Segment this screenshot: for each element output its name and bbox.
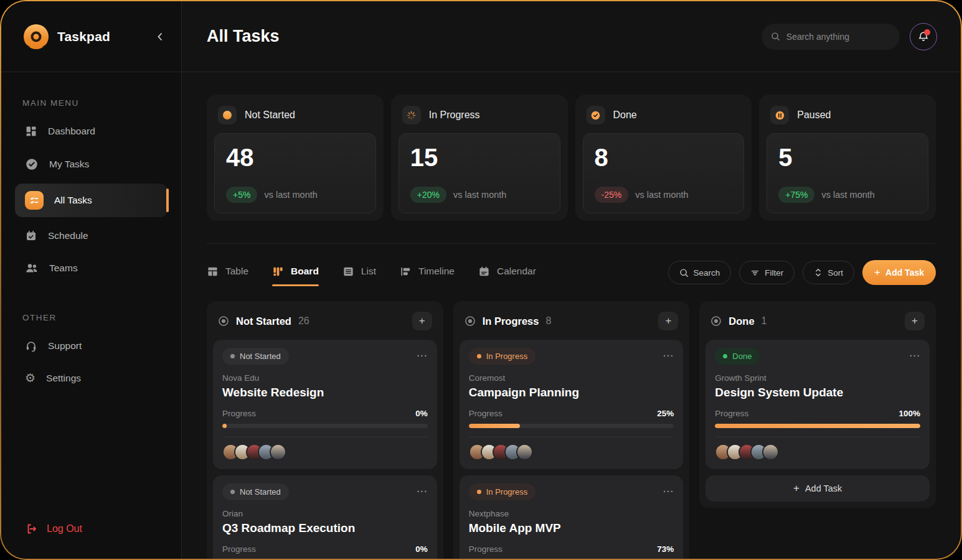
filter-icon: [750, 268, 760, 278]
sidebar-item-support[interactable]: Support: [15, 332, 167, 360]
stats-row: Not Started 48 +5% vs last month: [207, 95, 936, 221]
sidebar-item-label: My Tasks: [49, 159, 89, 170]
tab-table[interactable]: Table: [207, 266, 248, 286]
sidebar-item-my-tasks[interactable]: My Tasks: [15, 150, 167, 179]
delta-badge: +20%: [410, 187, 446, 203]
assignees: [715, 437, 920, 464]
sidebar-item-all-tasks[interactable]: All Tasks: [15, 184, 167, 217]
card-title: Design System Update: [715, 386, 920, 399]
gear-icon: ⚙: [25, 372, 35, 384]
column-in-progress: In Progress 8 + In Progress ⋯ Coremost: [453, 301, 690, 559]
notifications-button[interactable]: [910, 23, 937, 50]
card-menu-button[interactable]: ⋯: [663, 348, 674, 361]
card-menu-button[interactable]: ⋯: [663, 483, 674, 497]
stat-card-in-progress: In Progress 15 +20% vs last month: [391, 95, 568, 221]
kanban-board: Not Started 26 + Not Started ⋯ Nova Ed: [207, 301, 936, 559]
logout-button[interactable]: Log Out: [1, 523, 181, 559]
tab-board[interactable]: Board: [272, 266, 319, 286]
sidebar-item-label: Dashboard: [48, 126, 95, 137]
card-company: Nova Edu: [222, 373, 428, 383]
status-dot-icon: [230, 354, 235, 358]
table-icon: [207, 266, 219, 278]
avatar: [762, 444, 779, 460]
assignees: [469, 437, 674, 464]
sidebar-item-teams[interactable]: Teams: [15, 254, 167, 282]
stat-value: 15: [410, 144, 549, 172]
page-title: All Tasks: [207, 27, 280, 46]
check-circle-icon: [587, 106, 605, 124]
card-menu-button[interactable]: ⋯: [417, 483, 428, 497]
progress-value: 100%: [898, 409, 920, 418]
sidebar-collapse-button[interactable]: [155, 32, 165, 42]
task-card[interactable]: In Progress ⋯ Coremost Campaign Planning…: [460, 340, 684, 469]
app-name: Taskpad: [57, 29, 110, 44]
radio-icon: [218, 315, 229, 327]
progress-value: 25%: [657, 409, 674, 418]
status-dot-icon: [723, 354, 727, 358]
status-badge: Done: [715, 348, 760, 365]
delta-badge: +75%: [778, 187, 814, 203]
progress-label: Progress: [222, 544, 256, 554]
status-dot-icon: [477, 354, 481, 358]
task-card[interactable]: Not Started ⋯ Nova Edu Website Redesign …: [213, 340, 437, 469]
status-badge: In Progress: [469, 348, 535, 365]
search-input[interactable]: [786, 32, 890, 42]
sidebar-item-schedule[interactable]: Schedule: [15, 222, 167, 250]
column-add-button[interactable]: +: [412, 312, 432, 330]
column-not-started: Not Started 26 + Not Started ⋯ Nova Ed: [207, 301, 443, 559]
progress-bar: [222, 424, 428, 428]
column-title: Not Started: [236, 315, 291, 327]
card-menu-button[interactable]: ⋯: [417, 348, 428, 361]
avatar: [516, 444, 533, 460]
column-add-button[interactable]: +: [658, 312, 678, 330]
sort-button[interactable]: Sort: [803, 261, 854, 284]
column-count: 26: [298, 315, 309, 327]
plus-icon: +: [874, 266, 880, 279]
sidebar-item-dashboard[interactable]: Dashboard: [15, 118, 167, 145]
calendar-icon: [478, 266, 490, 278]
filter-button[interactable]: Filter: [739, 261, 795, 284]
tab-list[interactable]: List: [342, 266, 376, 286]
status-badge: Not Started: [222, 348, 289, 365]
card-company: Coremost: [469, 373, 674, 383]
checklist-icon: [25, 191, 44, 210]
topbar: All Tasks: [182, 1, 961, 72]
task-card[interactable]: In Progress ⋯ Nextphase Mobile App MVP P…: [460, 475, 684, 559]
plus-icon: +: [793, 482, 799, 495]
sidebar-item-settings[interactable]: ⚙ Settings: [15, 365, 167, 391]
search-icon: [771, 31, 780, 42]
sidebar-item-label: Settings: [46, 373, 81, 384]
logout-icon: [25, 523, 37, 535]
column-title: Done: [729, 315, 754, 327]
task-card[interactable]: Not Started ⋯ Orian Q3 Roadmap Execution…: [213, 475, 437, 559]
progress-bar: [469, 424, 674, 428]
section-divider: [207, 243, 936, 244]
progress-value: 0%: [415, 544, 428, 554]
progress-value: 0%: [415, 409, 428, 418]
progress-label: Progress: [222, 409, 256, 418]
tab-timeline[interactable]: Timeline: [400, 266, 455, 286]
card-menu-button[interactable]: ⋯: [909, 348, 920, 361]
board-search-button[interactable]: Search: [668, 261, 732, 284]
other-label: OTHER: [22, 313, 160, 322]
people-icon: [25, 262, 39, 274]
task-card[interactable]: Done ⋯ Growth Sprint Design System Updat…: [705, 340, 930, 469]
card-title: Website Redesign: [222, 386, 428, 399]
list-icon: [342, 266, 354, 278]
delta-badge: +5%: [226, 187, 257, 203]
radio-icon: [710, 315, 722, 327]
logout-label: Log Out: [47, 523, 82, 534]
tab-calendar[interactable]: Calendar: [478, 266, 536, 286]
app-frame: Taskpad MAIN MENU Dashboard My Tasks: [0, 0, 962, 560]
search-bar[interactable]: [762, 24, 900, 50]
add-task-button[interactable]: + Add Task: [862, 260, 936, 285]
kanban-icon: [272, 266, 284, 278]
sidebar-item-label: Teams: [49, 263, 78, 274]
chevron-left-icon: [155, 32, 165, 42]
stat-card-paused: Paused 5 +75% vs last month: [759, 95, 936, 221]
search-icon: [679, 268, 689, 278]
main-menu-label: MAIN MENU: [22, 98, 160, 108]
column-add-button[interactable]: +: [905, 312, 925, 330]
column-add-task-button[interactable]: + Add Task: [705, 475, 930, 502]
card-title: Mobile App MVP: [469, 521, 674, 535]
